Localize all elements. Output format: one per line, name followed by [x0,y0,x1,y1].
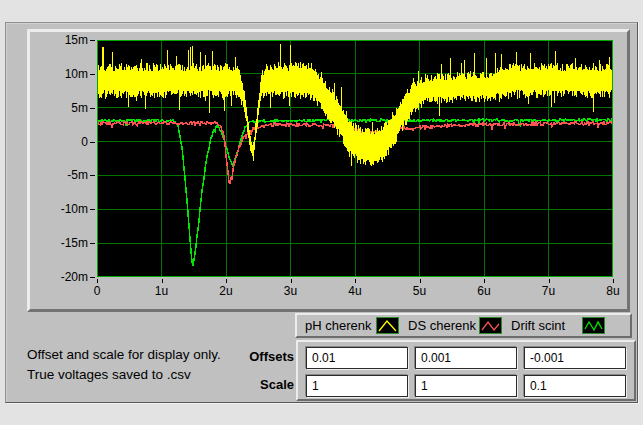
y-tick-label: 5m [50,101,88,115]
scale-input-2[interactable] [415,375,517,397]
x-tick-mark [484,279,485,283]
y-tick-mark [90,277,95,278]
legend-label-ph-cherenk: pH cherenk [305,318,376,333]
y-tick-mark [90,175,95,176]
plot-style-icon-drift-scint[interactable] [582,317,605,334]
x-tick-label: 2u [211,284,241,298]
scale-input-1[interactable] [306,375,408,397]
offset-input-1[interactable] [306,347,408,369]
x-tick-mark [355,279,356,283]
x-tick-mark [226,279,227,283]
plot-legend: pH cherenk DS cherenk Drift scint [295,313,632,338]
note-line-1: Offset and scale for display only. [27,345,221,365]
plot-area [97,40,613,277]
offset-scale-controls [296,340,636,401]
green-trace-glyph [585,322,602,330]
x-tick-mark [162,279,163,283]
plot-style-icon-ds-cherenk[interactable] [479,317,502,334]
yellow-trace-glyph [379,321,396,331]
labview-front-panel: 15m10m5m0-5m-10m-15m-20m01u2u3u4u5u6u7u8… [0,0,643,425]
y-tick-mark [90,40,95,41]
note-line-2: True voltages saved to .csv [27,365,221,385]
x-tick-mark [291,279,292,283]
x-tick-label: 6u [469,284,499,298]
y-tick-label: 10m [50,67,88,81]
legend-label-drift-scint: Drift scint [511,318,582,333]
x-tick-mark [97,279,98,283]
display-note: Offset and scale for display only. True … [27,345,221,385]
plot-style-icon-ph-cherenk[interactable] [376,317,399,334]
x-tick-label: 1u [147,284,177,298]
y-tick-mark [90,108,95,109]
x-tick-label: 7u [534,284,564,298]
offset-input-2[interactable] [415,347,517,369]
y-tick-mark [90,74,95,75]
x-tick-label: 8u [598,284,628,298]
y-tick-label: 0 [50,135,88,149]
offset-input-3[interactable] [524,347,626,369]
y-tick-label: 15m [50,33,88,47]
y-tick-mark [90,142,95,143]
y-tick-label: -5m [50,168,88,182]
x-tick-mark [420,279,421,283]
x-tick-label: 5u [405,284,435,298]
y-tick-label: -20m [50,270,88,284]
x-tick-label: 4u [340,284,370,298]
scale-input-3[interactable] [524,375,626,397]
y-tick-mark [90,209,95,210]
x-tick-mark [613,279,614,283]
x-tick-label: 0 [82,284,112,298]
legend-label-ds-cherenk: DS cherenk [408,318,479,333]
y-tick-label: -10m [50,202,88,216]
x-tick-label: 3u [276,284,306,298]
x-tick-mark [549,279,550,283]
red-trace-glyph [482,322,499,330]
y-tick-mark [90,243,95,244]
y-tick-label: -15m [50,236,88,250]
